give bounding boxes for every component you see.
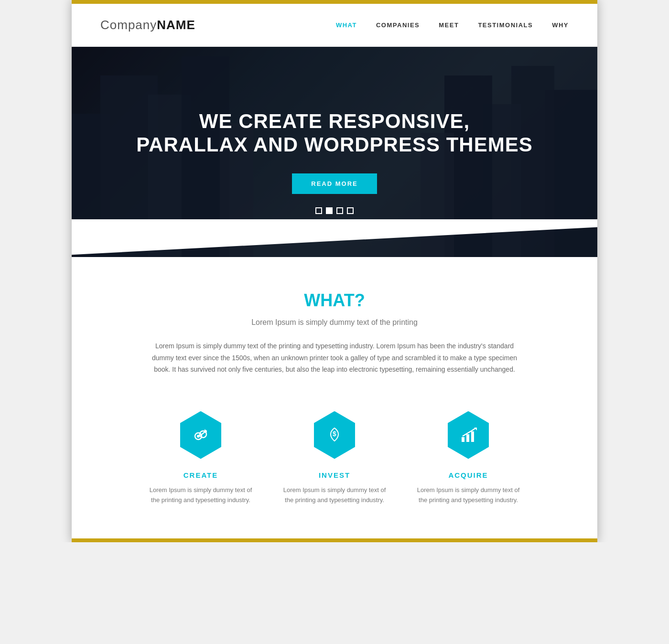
- acquire-text: Lorem Ipsum is simply dummy text of the …: [416, 485, 521, 505]
- hero-title: WE CREATE RESPONSIVE, PARALLAX AND WORDP…: [136, 110, 532, 156]
- dot-4[interactable]: [347, 207, 354, 214]
- what-title: WHAT?: [100, 290, 569, 311]
- svg-text:+: +: [204, 428, 206, 433]
- feature-acquire: ACQUIRE Lorem Ipsum is simply dummy text…: [416, 409, 521, 505]
- main-nav: WHAT COMPANIES MEET TESTIMONIALS WHY: [336, 21, 569, 29]
- svg-rect-9: [471, 431, 474, 442]
- what-section: WHAT? Lorem Ipsum is simply dummy text o…: [72, 257, 597, 538]
- svg-text:$: $: [333, 430, 336, 438]
- nav-meet[interactable]: MEET: [439, 21, 459, 29]
- feature-create: + CREATE Lorem Ipsum is simply dummy tex…: [148, 409, 253, 505]
- top-bar: [72, 0, 597, 4]
- logo-bold: NAME: [157, 18, 195, 32]
- features-row: + CREATE Lorem Ipsum is simply dummy tex…: [100, 404, 569, 515]
- dot-2[interactable]: [326, 207, 333, 214]
- feature-invest: $ INVEST Lorem Ipsum is simply dummy tex…: [282, 409, 387, 505]
- nav-companies[interactable]: COMPANIES: [376, 21, 420, 29]
- logo: CompanyNAME: [100, 18, 195, 32]
- create-hex-icon: +: [174, 409, 227, 462]
- create-label: CREATE: [148, 471, 253, 479]
- logo-regular: Company: [100, 18, 157, 32]
- create-text: Lorem Ipsum is simply dummy text of the …: [148, 485, 253, 505]
- svg-rect-8: [466, 434, 469, 442]
- invest-hex-shape: $: [311, 411, 358, 459]
- create-hex-shape: +: [177, 411, 225, 459]
- nav-why[interactable]: WHY: [552, 21, 569, 29]
- nav-testimonials[interactable]: TESTIMONIALS: [478, 21, 533, 29]
- what-body: Lorem Ipsum is simply dummy text of the …: [148, 340, 521, 376]
- nav-what[interactable]: WHAT: [336, 21, 357, 29]
- dot-3[interactable]: [336, 207, 343, 214]
- header: CompanyNAME WHAT COMPANIES MEET TESTIMON…: [72, 4, 597, 47]
- dot-1[interactable]: [315, 207, 322, 214]
- svg-rect-7: [462, 437, 464, 442]
- acquire-hex-icon: [442, 409, 495, 462]
- svg-point-4: [197, 435, 200, 438]
- hero-cut: [72, 219, 597, 257]
- acquire-label: ACQUIRE: [416, 471, 521, 479]
- invest-hex-icon: $: [308, 409, 361, 462]
- what-subtitle: Lorem Ipsum is simply dummy text of the …: [100, 318, 569, 327]
- bottom-bar: [72, 538, 597, 542]
- hero-content: WE CREATE RESPONSIVE, PARALLAX AND WORDP…: [117, 110, 551, 194]
- acquire-hex-shape: [444, 411, 492, 459]
- invest-text: Lorem Ipsum is simply dummy text of the …: [282, 485, 387, 505]
- slider-dots: [315, 207, 354, 214]
- hero-read-more-button[interactable]: READ MORE: [292, 173, 377, 194]
- hero-section: WE CREATE RESPONSIVE, PARALLAX AND WORDP…: [72, 47, 597, 257]
- invest-label: INVEST: [282, 471, 387, 479]
